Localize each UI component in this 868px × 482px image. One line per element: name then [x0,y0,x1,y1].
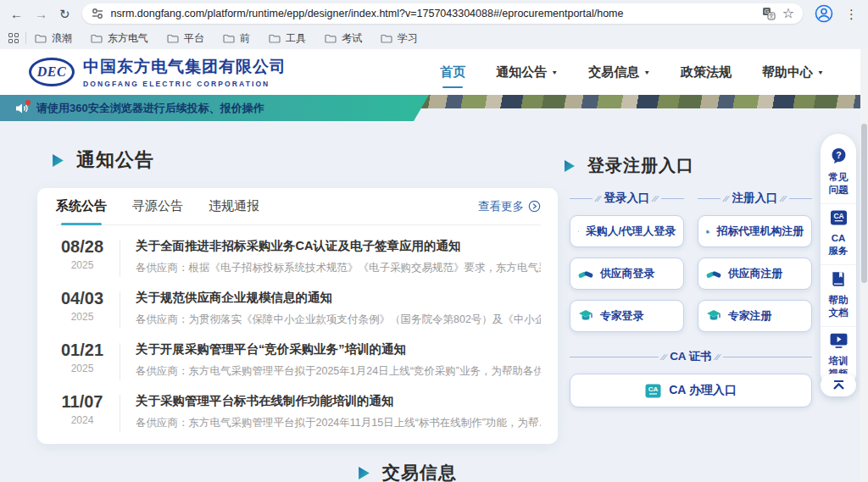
bookmark-folder[interactable]: 学习 [381,31,418,46]
chevron-down-icon: ▼ [643,69,650,75]
supplier-login-button[interactable]: 供应商登录 [570,258,684,290]
back-icon[interactable]: ← [10,8,23,20]
view-more-label: 查看更多 [478,199,524,214]
tab-sourcing-notices[interactable]: 寻源公告 [132,188,183,225]
group-caption-label: 注册入口 [732,191,778,206]
bookmark-folder[interactable]: 平台 [167,31,204,46]
quick-links-rail: ? 常见问题 CA CA 服务 帮助文档 培训视频 [821,134,856,391]
group-caption-label: CA 证书 [670,349,712,364]
svg-text:?: ? [836,150,841,160]
notice-summary: 各供应商：为贯彻落实《保障中小企业款项支付条例》（国务院令第802号）及《中小企… [136,313,541,327]
site-settings-icon[interactable] [91,7,104,20]
address-bar[interactable]: nsrm.dongfang.com/platform/runtime/epp/d… [82,3,803,24]
view-more-link[interactable]: 查看更多 [478,199,541,214]
divider [723,357,812,357]
building-icon [578,224,579,239]
svg-text:CA: CA [833,211,843,219]
building-icon [706,224,710,239]
folder-icon [325,34,337,43]
grad-cap-icon [578,309,593,323]
bookmark-label: 学习 [398,31,418,46]
bidding-agency-register-button[interactable]: 招标代理机构注册 [698,215,812,247]
section-arrow-icon [51,153,65,168]
notice-list-item[interactable]: 01/21 2025 关于开展采购管理平台“竞价采购业务”培训的通知 各供应商：… [56,329,541,380]
notice-list-item[interactable]: 08/28 2025 关于全面推进非招标采购业务CA认证及电子签章应用的通知 各… [56,225,541,277]
group-caption-label: 登录入口 [604,191,650,206]
collapse-rail-button[interactable] [821,374,856,396]
rail-label: 帮助文档 [826,294,850,319]
notice-list-item[interactable]: 11/07 2024 关于采购管理平台标书在线制作功能培训的通知 各供应商：东方… [56,380,541,432]
notice-title: 关于规范供应商企业规模信息的通知 [136,290,541,306]
divider-slashes: ∕∕ [715,352,720,362]
bookmark-star-icon[interactable]: ☆ [782,7,794,20]
main-content: 通知公告 系统公告 寻源公告 违规通报 查看更多 08/28 2025 关于全 [0,125,868,444]
main-nav: 首页 通知公告▼ 交易信息▼ 政策法规 帮助中心▼ [440,64,824,80]
supplier-register-button[interactable]: 供应商注册 [698,258,812,290]
forward-icon[interactable]: → [35,8,47,20]
divider-slashes: ∕∕ [654,194,658,203]
divider [789,198,812,199]
translate-icon[interactable]: G 文 [762,7,776,20]
notice-date-md: 11/07 [56,392,108,412]
bookmark-folder[interactable]: 前 [223,31,250,46]
video-icon [830,333,848,348]
notice-section: 通知公告 系统公告 寻源公告 违规通报 查看更多 08/28 2025 关于全 [37,146,558,444]
faq-link[interactable]: ? 常见问题 [821,141,856,203]
page-scrollbar-track[interactable] [860,49,868,482]
nav-item-policies[interactable]: 政策法规 [681,64,732,80]
nav-item-home[interactable]: 首页 [440,64,465,80]
notice-summary: 各供应商：东方电气采购管理平台拟于2024年11月15日上线“标书在线制作”功能… [136,416,541,430]
collapse-up-icon [832,380,846,391]
nav-item-trade-info[interactable]: 交易信息▼ [588,64,650,80]
page-scrollbar-thumb[interactable] [861,124,867,283]
ca-service-link[interactable]: CA CA 服务 [821,203,856,264]
notice-body: 关于开展采购管理平台“竞价采购业务”培训的通知 各供应商：东方电气采购管理平台拟… [136,341,541,379]
bookmark-folder[interactable]: 考试 [325,31,362,46]
nav-label: 交易信息 [588,64,639,80]
alert-dot [25,100,31,105]
circle-chevron-right-icon [528,200,541,213]
bookmark-label: 工具 [286,31,306,46]
notice-body: 关于规范供应商企业规模信息的通知 各供应商：为贯彻落实《保障中小企业款项支付条例… [136,289,541,327]
notice-date-year: 2024 [56,414,108,426]
notice-date-year: 2025 [56,259,108,271]
notice-summary: 各供应商：东方电气采购管理平台拟于2025年1月24日上线“竞价采购”业务，为帮… [136,364,541,379]
apps-grid-icon[interactable] [8,33,19,43]
book-icon [830,271,847,287]
handshake-icon [706,268,721,280]
tab-violation-reports[interactable]: 违规通报 [209,188,259,225]
bookmark-folder[interactable]: 浪潮 [35,31,72,46]
nav-item-help-center[interactable]: 帮助中心▼ [762,64,824,80]
expert-login-button[interactable]: 专家登录 [570,300,684,332]
notice-title: 关于全面推进非招标采购业务CA认证及电子签章应用的通知 [136,238,541,254]
buyer-agent-login-button[interactable]: 采购人/代理人登录 [570,215,684,247]
folder-icon [91,34,103,43]
button-label: 专家登录 [600,309,643,324]
site-header: DEC 中国东方电气集团有限公司 DONGFANG ELECTRIC CORPO… [0,49,868,95]
svg-text:CA: CA [648,385,659,393]
notice-tabs: 系统公告 寻源公告 违规通报 查看更多 [56,188,541,225]
nav-item-notices[interactable]: 通知公告▼ [496,64,558,80]
bookmark-folder[interactable]: 工具 [269,31,306,46]
button-label: 招标代理机构注册 [717,224,804,239]
dec-logo[interactable]: DEC [29,58,75,86]
reload-icon[interactable]: ↻ [59,8,70,20]
divider [698,198,721,199]
tab-system-notices[interactable]: 系统公告 [56,188,107,225]
ca-apply-button[interactable]: CA CA 办理入口 [570,374,812,407]
folder-icon [223,34,235,43]
bookmark-folder[interactable]: 东方电气 [91,31,148,46]
svg-text:文: 文 [768,13,774,19]
help-docs-link[interactable]: 帮助文档 [821,264,856,326]
expert-register-button[interactable]: 专家注册 [698,300,812,332]
section-title: 交易信息 [382,461,457,482]
nav-label: 帮助中心 [762,64,813,80]
chrome-menu-icon[interactable]: ⋮ [845,8,858,20]
folder-icon [167,34,179,43]
folder-icon [269,34,281,43]
notice-list-item[interactable]: 04/03 2025 关于规范供应商企业规模信息的通知 各供应商：为贯彻落实《保… [56,277,541,329]
bookmark-label: 平台 [184,31,204,46]
profile-avatar[interactable] [815,4,833,23]
speaker-icon [15,102,29,114]
notice-title: 关于开展采购管理平台“竞价采购业务”培训的通知 [136,341,541,357]
